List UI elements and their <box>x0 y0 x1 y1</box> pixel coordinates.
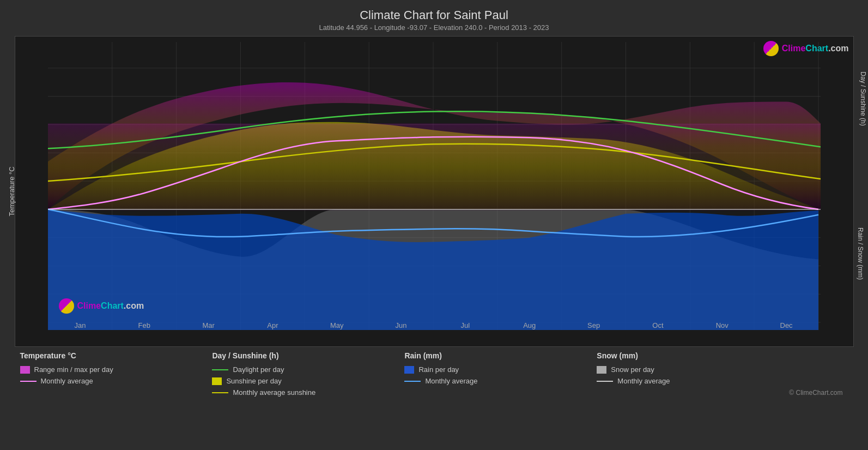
legend-label-daylight: Daylight per day <box>233 365 284 374</box>
legend-label-snow-avg: Monthly average <box>617 377 670 385</box>
logo-text-bottom: ClimeChart.com <box>77 301 144 311</box>
legend-col-temperature: Temperature °C Range min / max per day M… <box>20 351 213 397</box>
legend-item-snow-avg: Monthly average <box>597 377 789 385</box>
chart-subtitle: Latitude 44.956 - Longitude -93.07 - Ele… <box>319 23 549 32</box>
legend-swatch-rain <box>404 366 414 374</box>
chart-area: ClimeChart.com <box>15 36 854 347</box>
legend-area: Temperature °C Range min / max per day M… <box>15 351 854 397</box>
logo-bottom-left: ClimeChart.com <box>59 298 144 314</box>
legend-col-rain: Rain (mm) Rain per day Monthly average <box>404 351 597 397</box>
y-label-rain-snow: Rain / Snow (mm) <box>857 227 864 280</box>
svg-text:Nov: Nov <box>715 321 729 329</box>
legend-line-sunshine-avg <box>212 392 228 393</box>
legend-label-sunshine-swatch: Sunshine per day <box>226 377 281 385</box>
svg-text:Jul: Jul <box>460 321 470 329</box>
legend-item-sunshine-avg: Monthly average sunshine <box>212 388 404 397</box>
legend-line-snow-avg <box>597 381 613 382</box>
legend-label-sunshine-avg: Monthly average sunshine <box>233 388 315 397</box>
legend-line-temp-avg <box>20 381 37 382</box>
legend-line-daylight <box>212 369 228 370</box>
legend-header-temperature: Temperature °C <box>20 351 213 360</box>
legend-swatch-snow <box>597 366 606 374</box>
svg-text:May: May <box>330 321 343 329</box>
svg-text:Feb: Feb <box>138 321 150 329</box>
legend-label-rain-avg: Monthly average <box>425 377 477 385</box>
copyright: © ClimeChart.com <box>789 389 848 397</box>
y-label-temperature: Temperature °C <box>8 166 16 216</box>
legend-item-snow-swatch: Snow per day <box>597 365 789 374</box>
legend-item-daylight: Daylight per day <box>212 365 404 374</box>
legend-header-rain: Rain (mm) <box>404 351 597 360</box>
climate-chart-svg: 50 40 30 20 10 0 -10 -20 -30 -40 24 18 1… <box>48 42 821 330</box>
logo-circle-bottom <box>59 298 74 314</box>
svg-text:Apr: Apr <box>267 321 278 329</box>
svg-text:Jan: Jan <box>74 321 86 329</box>
chart-title: Climate Chart for Saint Paul <box>360 8 508 22</box>
y-label-sunshine: Day / Sunshine (h) <box>859 71 867 125</box>
legend-header-sunshine: Day / Sunshine (h) <box>212 351 404 360</box>
legend-item-rain-avg: Monthly average <box>404 377 597 385</box>
legend-label-rain-swatch: Rain per day <box>418 365 459 374</box>
legend-col-sunshine: Day / Sunshine (h) Daylight per day Suns… <box>212 351 404 397</box>
svg-text:Oct: Oct <box>652 321 664 329</box>
legend-swatch-sunshine <box>212 377 222 385</box>
legend-col-snow: Snow (mm) Snow per day Monthly average <box>597 351 789 397</box>
legend-item-temp-range: Range min / max per day <box>20 365 213 374</box>
legend-item-rain-swatch: Rain per day <box>404 365 597 374</box>
legend-label-snow-swatch: Snow per day <box>611 365 654 374</box>
svg-text:Aug: Aug <box>523 321 536 329</box>
svg-text:Dec: Dec <box>780 321 793 329</box>
legend-item-sunshine-swatch: Sunshine per day <box>212 377 404 385</box>
svg-text:Sep: Sep <box>587 321 600 329</box>
legend-line-rain-avg <box>404 381 421 382</box>
legend-header-snow: Snow (mm) <box>597 351 789 360</box>
svg-text:Jun: Jun <box>395 321 406 329</box>
legend-swatch-temp-range <box>20 366 30 374</box>
legend-label-temp-range: Range min / max per day <box>34 365 113 374</box>
legend-item-temp-avg: Monthly average <box>20 377 213 385</box>
svg-text:Mar: Mar <box>202 321 215 329</box>
legend-label-temp-avg: Monthly average <box>41 377 93 385</box>
